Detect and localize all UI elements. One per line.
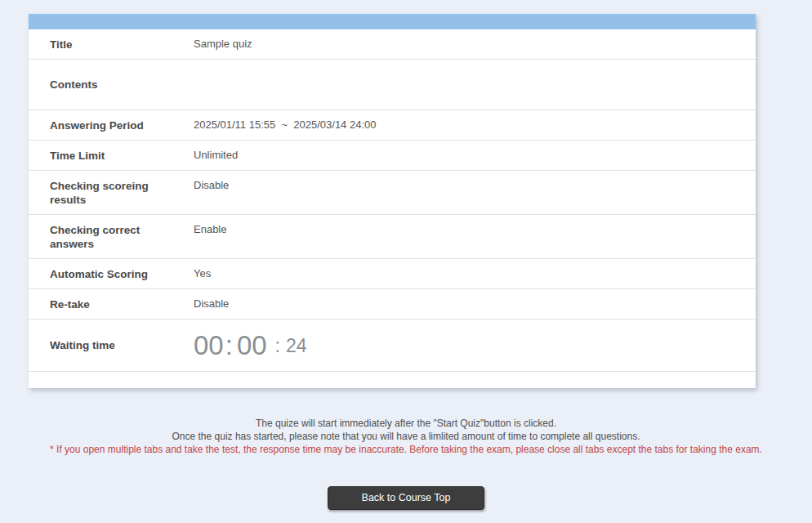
row-label: Re-take (29, 289, 194, 319)
row-value: Yes (194, 259, 756, 288)
quiz-info-page: Title Sample quiz Contents Answering Per… (0, 0, 812, 523)
row-value: Disable (194, 289, 756, 319)
row-label: Automatic Scoring (29, 259, 194, 288)
row-label: Waiting time (29, 320, 194, 371)
row-label: Checking scoreing results (29, 171, 194, 214)
row-value: 2025/01/11 15:55 ~ 2025/03/14 24:00 (194, 110, 756, 140)
quiz-info-table: Title Sample quiz Contents Answering Per… (29, 29, 756, 372)
panel-bottom-spacer (29, 372, 756, 388)
timer-seconds: 24 (286, 329, 307, 362)
row-value: Sample quiz (194, 29, 756, 59)
row-label: Time Limit (29, 141, 194, 170)
note-multiple-tabs-warning: * If you open multiple tabs and take the… (42, 444, 770, 457)
quiz-info-panel: Title Sample quiz Contents Answering Per… (29, 14, 756, 388)
row-label: Answering Period (29, 110, 194, 140)
table-row-automatic-scoring: Automatic Scoring Yes (29, 259, 756, 289)
row-value: Enable (194, 215, 756, 258)
timer-minutes: 00 (237, 329, 267, 362)
timer-colon: : (275, 329, 280, 362)
table-row-title: Title Sample quiz (29, 29, 756, 60)
row-value: Disable (194, 171, 756, 214)
row-label: Contents (29, 60, 194, 110)
table-row-contents: Contents (29, 60, 756, 110)
note-time-limit-info: Once the quiz has started, please note t… (0, 431, 812, 444)
table-row-answering-period: Answering Period 2025/01/11 15:55 ~ 2025… (29, 110, 756, 141)
footer-notes: The quize will start immediately after t… (0, 418, 812, 456)
panel-header-bar (29, 14, 756, 29)
timer-colon: : (225, 329, 233, 362)
timer-hours: 00 (194, 329, 224, 362)
table-row-waiting-time: Waiting time 00:00:24 (29, 320, 756, 372)
table-row-scoring-results: Checking scoreing results Disable (29, 171, 756, 215)
table-row-time-limit: Time Limit Unlimited (29, 141, 756, 171)
row-label: Title (29, 29, 194, 59)
row-value (194, 60, 756, 110)
back-to-course-top-button[interactable]: Back to Course Top (328, 486, 484, 510)
button-row: Back to Course Top (0, 486, 812, 510)
table-row-correct-answers: Checking correct answers Enable (29, 215, 756, 259)
table-row-retake: Re-take Disable (29, 289, 756, 320)
row-label: Checking correct answers (29, 215, 194, 258)
note-start-info: The quize will start immediately after t… (0, 418, 812, 431)
waiting-timer: 00:00:24 (194, 320, 756, 371)
row-value: Unlimited (194, 141, 756, 170)
